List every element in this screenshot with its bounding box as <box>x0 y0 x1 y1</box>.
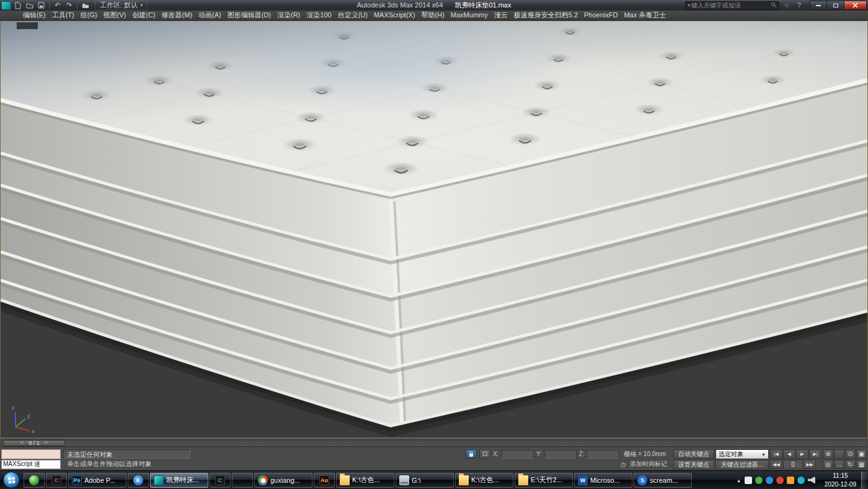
open-file-icon[interactable] <box>24 1 35 10</box>
listener-script-line[interactable]: MAXScript 迷 <box>1 460 61 470</box>
taskbar-k-app-button[interactable]: K <box>128 473 149 488</box>
zoom-all-icon[interactable] <box>834 449 844 459</box>
taskbar-folder1-button[interactable]: K:\古色... <box>336 473 394 488</box>
3ds-max-app-button[interactable] <box>1 1 11 10</box>
help-icon[interactable]: ? <box>794 1 804 10</box>
menu-item-views[interactable]: 视图(V) <box>100 11 130 20</box>
taskbar-3dsmax-button[interactable]: 凯弗特床... <box>150 473 208 488</box>
menu-item-customize[interactable]: 自定义(U) <box>335 11 371 20</box>
search-box[interactable]: ▾ <box>685 1 779 10</box>
menu-item-help[interactable]: 帮助(H) <box>418 11 448 20</box>
taskbar-audition-button[interactable]: Au <box>314 473 335 488</box>
tray-expand-icon[interactable]: ▴ <box>737 477 740 483</box>
minimize-button[interactable] <box>810 1 827 10</box>
taskbar-chrome-button[interactable]: guxiang... <box>254 473 312 488</box>
tray-app-icon-2[interactable] <box>755 477 763 484</box>
pan-icon[interactable]: ↔ <box>834 460 844 470</box>
tray-app-icon-1[interactable] <box>745 477 752 484</box>
taskbar-folder2-button[interactable]: K:\古色... <box>455 473 513 488</box>
time-slider[interactable]: < 0 / 1 > <box>3 440 65 446</box>
maxscript-mini-listener[interactable]: MAXScript 迷 <box>1 449 61 469</box>
previous-frame-arrow-icon[interactable]: < <box>20 440 24 446</box>
timeline-track[interactable]: < 0 / 1 > <box>1 439 867 447</box>
workspace-selector[interactable]: 工作区: 默认 ▾ <box>95 1 148 10</box>
maximize-viewport-toggle-icon[interactable]: ▦ <box>856 460 867 470</box>
key-filters-button[interactable]: 关键点过滤器... <box>715 460 769 470</box>
green-sphere-browser-icon <box>29 475 39 485</box>
menu-item-max-antivirus[interactable]: Max 杀毒卫士 <box>621 11 669 20</box>
menu-item-modifiers[interactable]: 修改器(M) <box>159 11 196 20</box>
go-to-end-button[interactable]: ▶| <box>809 449 822 459</box>
tray-app-icon-4[interactable] <box>776 477 784 484</box>
windows-taskbar: C PsAdobe P... K 凯弗特床... C guxiang... Au… <box>0 470 868 489</box>
previous-frame-button[interactable]: ◀◀ <box>770 460 782 470</box>
tray-app-icon-5[interactable] <box>787 477 794 484</box>
zoom-icon[interactable]: ⊕ <box>823 449 833 459</box>
set-key-button[interactable]: 设置关键点 <box>673 460 714 470</box>
favorites-star-icon[interactable]: ☆ <box>782 1 792 10</box>
zoom-extents-icon[interactable]: ⊙ <box>845 449 856 459</box>
taskbar-photoshop-button[interactable]: PsAdobe P... <box>68 473 126 488</box>
taskbar-folder3-button[interactable]: E:\天竹2... <box>515 473 573 488</box>
menu-item-group[interactable]: 组(G) <box>78 11 100 20</box>
selection-set-dropdown[interactable]: 选定对象 ▼ <box>715 449 769 459</box>
next-frame-arrow-icon[interactable]: > <box>45 440 48 446</box>
menu-item-phoenixfd[interactable]: PhoenixFD <box>581 11 621 20</box>
taskbar-screen-recorder-button[interactable]: Sscream... <box>634 473 692 488</box>
grid-size-label: 栅格 = 10.0mm <box>624 450 666 459</box>
taskbar-browser-button[interactable] <box>24 473 45 488</box>
animation-key-controls: 自动关键点 设置关键点 选定对象 ▼ 关键点过滤器... |◀ ◀ ▶ ▶| ◀… <box>673 449 867 469</box>
z-coordinate-field[interactable] <box>587 450 619 459</box>
close-button[interactable] <box>844 1 867 10</box>
project-folder-icon[interactable] <box>80 1 91 10</box>
next-frame-button[interactable]: ▶▶ <box>804 460 816 470</box>
tray-app-icon-6[interactable] <box>797 477 805 484</box>
previous-key-button[interactable]: ◀ <box>783 449 795 459</box>
y-coordinate-field[interactable] <box>544 450 577 459</box>
menu-item-edit[interactable]: 编辑(E) <box>20 11 49 20</box>
menu-item-rendering[interactable]: 渲染(R) <box>274 11 303 20</box>
redo-icon[interactable]: ↷ <box>64 1 74 10</box>
start-button[interactable] <box>3 472 20 488</box>
selection-lock-toggle[interactable] <box>466 449 477 459</box>
zoom-extents-all-icon[interactable]: ▣ <box>856 449 867 459</box>
orbit-icon[interactable]: ↻ <box>845 460 856 470</box>
menu-item-maxscript[interactable]: MAXScript(X) <box>371 11 418 20</box>
search-input[interactable] <box>691 2 769 9</box>
absolute-offset-mode-toggle[interactable]: ⊡ <box>479 449 490 459</box>
menu-item-maxmummy[interactable]: MaxMummy <box>448 11 491 20</box>
viewport[interactable]: x y z <box>0 20 868 438</box>
go-to-start-button[interactable]: |◀ <box>770 449 782 459</box>
menu-item-animation[interactable]: 动画(A) <box>195 11 224 20</box>
menu-item-graph-editors[interactable]: 图形编辑器(D) <box>224 11 274 20</box>
save-icon[interactable] <box>36 1 46 10</box>
current-frame-field[interactable] <box>783 460 803 470</box>
z-coordinate-label: Z: <box>579 451 585 457</box>
tray-app-icon-3[interactable] <box>766 477 773 484</box>
search-icon[interactable] <box>771 2 777 9</box>
taskbar-red-c-app-button[interactable]: C <box>46 473 67 488</box>
taskbar-clock[interactable]: 11:15 2020-12-09 <box>821 472 860 488</box>
field-of-view-icon[interactable]: ◎ <box>823 460 833 470</box>
listener-macro-line[interactable] <box>1 449 61 459</box>
taskbar-word-button[interactable]: WMicroso... <box>574 473 632 488</box>
search-history-arrow-icon[interactable]: ▾ <box>688 2 690 8</box>
new-scene-icon[interactable] <box>12 1 23 10</box>
show-desktop-button[interactable] <box>861 472 867 489</box>
auto-key-button[interactable]: 自动关键点 <box>673 449 714 459</box>
tray-speaker-icon[interactable] <box>808 477 815 484</box>
axis-x-label: x <box>32 428 35 434</box>
menu-item-slim-archive[interactable]: 极速瘦身安全归档5.2 <box>511 11 581 20</box>
menu-item-create[interactable]: 创建(C) <box>129 11 158 20</box>
menu-item-render100[interactable]: 渲染100 <box>303 11 334 20</box>
maximize-button[interactable] <box>827 1 844 10</box>
taskbar-green-c-app-button[interactable]: C <box>210 473 231 488</box>
add-time-tag-button[interactable]: 添加时间标记 <box>630 460 667 469</box>
taskbar-green-ring-app-button[interactable] <box>232 473 253 488</box>
menu-item-tools[interactable]: 工具(T) <box>49 11 78 20</box>
undo-icon[interactable]: ↶ <box>52 1 63 10</box>
x-coordinate-field[interactable] <box>502 450 534 459</box>
taskbar-gdrive-button[interactable]: G:\ <box>396 473 454 488</box>
menu-item-tongyun[interactable]: 潼云 <box>491 11 511 20</box>
play-button[interactable]: ▶ <box>796 449 808 459</box>
